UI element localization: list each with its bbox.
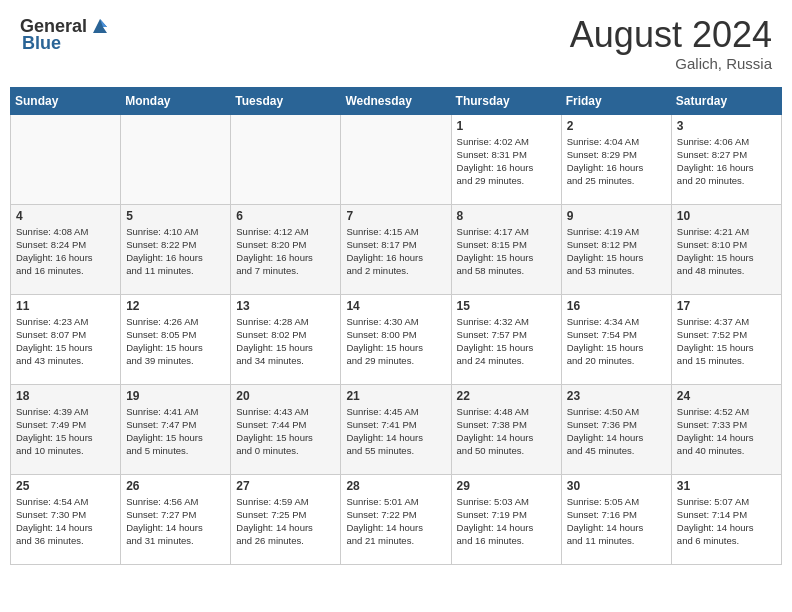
header-thursday: Thursday <box>451 87 561 114</box>
day-info: Sunrise: 4:21 AM Sunset: 8:10 PM Dayligh… <box>677 225 776 278</box>
table-row: 27Sunrise: 4:59 AM Sunset: 7:25 PM Dayli… <box>231 474 341 564</box>
day-number: 16 <box>567 299 666 313</box>
table-row: 18Sunrise: 4:39 AM Sunset: 7:49 PM Dayli… <box>11 384 121 474</box>
day-number: 14 <box>346 299 445 313</box>
table-row: 8Sunrise: 4:17 AM Sunset: 8:15 PM Daylig… <box>451 204 561 294</box>
day-info: Sunrise: 5:05 AM Sunset: 7:16 PM Dayligh… <box>567 495 666 548</box>
day-number: 30 <box>567 479 666 493</box>
table-row: 29Sunrise: 5:03 AM Sunset: 7:19 PM Dayli… <box>451 474 561 564</box>
day-number: 10 <box>677 209 776 223</box>
day-number: 1 <box>457 119 556 133</box>
table-row: 2Sunrise: 4:04 AM Sunset: 8:29 PM Daylig… <box>561 114 671 204</box>
day-number: 3 <box>677 119 776 133</box>
day-number: 6 <box>236 209 335 223</box>
table-row: 11Sunrise: 4:23 AM Sunset: 8:07 PM Dayli… <box>11 294 121 384</box>
day-info: Sunrise: 4:15 AM Sunset: 8:17 PM Dayligh… <box>346 225 445 278</box>
day-info: Sunrise: 4:50 AM Sunset: 7:36 PM Dayligh… <box>567 405 666 458</box>
table-row: 24Sunrise: 4:52 AM Sunset: 7:33 PM Dayli… <box>671 384 781 474</box>
table-row: 15Sunrise: 4:32 AM Sunset: 7:57 PM Dayli… <box>451 294 561 384</box>
day-number: 7 <box>346 209 445 223</box>
calendar-week-4: 18Sunrise: 4:39 AM Sunset: 7:49 PM Dayli… <box>11 384 782 474</box>
calendar-week-3: 11Sunrise: 4:23 AM Sunset: 8:07 PM Dayli… <box>11 294 782 384</box>
table-row: 31Sunrise: 5:07 AM Sunset: 7:14 PM Dayli… <box>671 474 781 564</box>
table-row: 6Sunrise: 4:12 AM Sunset: 8:20 PM Daylig… <box>231 204 341 294</box>
table-row: 17Sunrise: 4:37 AM Sunset: 7:52 PM Dayli… <box>671 294 781 384</box>
day-number: 22 <box>457 389 556 403</box>
day-info: Sunrise: 4:08 AM Sunset: 8:24 PM Dayligh… <box>16 225 115 278</box>
day-info: Sunrise: 4:37 AM Sunset: 7:52 PM Dayligh… <box>677 315 776 368</box>
day-number: 15 <box>457 299 556 313</box>
table-row: 16Sunrise: 4:34 AM Sunset: 7:54 PM Dayli… <box>561 294 671 384</box>
table-row: 23Sunrise: 4:50 AM Sunset: 7:36 PM Dayli… <box>561 384 671 474</box>
day-info: Sunrise: 4:17 AM Sunset: 8:15 PM Dayligh… <box>457 225 556 278</box>
day-number: 20 <box>236 389 335 403</box>
day-info: Sunrise: 4:43 AM Sunset: 7:44 PM Dayligh… <box>236 405 335 458</box>
table-row: 14Sunrise: 4:30 AM Sunset: 8:00 PM Dayli… <box>341 294 451 384</box>
table-row: 22Sunrise: 4:48 AM Sunset: 7:38 PM Dayli… <box>451 384 561 474</box>
day-info: Sunrise: 4:32 AM Sunset: 7:57 PM Dayligh… <box>457 315 556 368</box>
header-sunday: Sunday <box>11 87 121 114</box>
header-saturday: Saturday <box>671 87 781 114</box>
header-monday: Monday <box>121 87 231 114</box>
table-row: 25Sunrise: 4:54 AM Sunset: 7:30 PM Dayli… <box>11 474 121 564</box>
table-row: 1Sunrise: 4:02 AM Sunset: 8:31 PM Daylig… <box>451 114 561 204</box>
day-info: Sunrise: 4:06 AM Sunset: 8:27 PM Dayligh… <box>677 135 776 188</box>
logo-icon <box>89 15 111 37</box>
day-info: Sunrise: 5:07 AM Sunset: 7:14 PM Dayligh… <box>677 495 776 548</box>
calendar-table: Sunday Monday Tuesday Wednesday Thursday… <box>10 87 782 565</box>
header-wednesday: Wednesday <box>341 87 451 114</box>
table-row: 28Sunrise: 5:01 AM Sunset: 7:22 PM Dayli… <box>341 474 451 564</box>
table-row: 4Sunrise: 4:08 AM Sunset: 8:24 PM Daylig… <box>11 204 121 294</box>
day-number: 18 <box>16 389 115 403</box>
table-row: 3Sunrise: 4:06 AM Sunset: 8:27 PM Daylig… <box>671 114 781 204</box>
day-info: Sunrise: 4:39 AM Sunset: 7:49 PM Dayligh… <box>16 405 115 458</box>
day-number: 12 <box>126 299 225 313</box>
calendar-week-1: 1Sunrise: 4:02 AM Sunset: 8:31 PM Daylig… <box>11 114 782 204</box>
day-info: Sunrise: 4:28 AM Sunset: 8:02 PM Dayligh… <box>236 315 335 368</box>
day-info: Sunrise: 4:45 AM Sunset: 7:41 PM Dayligh… <box>346 405 445 458</box>
day-number: 4 <box>16 209 115 223</box>
day-info: Sunrise: 4:59 AM Sunset: 7:25 PM Dayligh… <box>236 495 335 548</box>
day-info: Sunrise: 4:10 AM Sunset: 8:22 PM Dayligh… <box>126 225 225 278</box>
day-info: Sunrise: 4:02 AM Sunset: 8:31 PM Dayligh… <box>457 135 556 188</box>
day-number: 17 <box>677 299 776 313</box>
table-row: 7Sunrise: 4:15 AM Sunset: 8:17 PM Daylig… <box>341 204 451 294</box>
day-info: Sunrise: 5:01 AM Sunset: 7:22 PM Dayligh… <box>346 495 445 548</box>
day-number: 23 <box>567 389 666 403</box>
day-info: Sunrise: 4:34 AM Sunset: 7:54 PM Dayligh… <box>567 315 666 368</box>
table-row: 26Sunrise: 4:56 AM Sunset: 7:27 PM Dayli… <box>121 474 231 564</box>
table-row: 21Sunrise: 4:45 AM Sunset: 7:41 PM Dayli… <box>341 384 451 474</box>
table-row: 5Sunrise: 4:10 AM Sunset: 8:22 PM Daylig… <box>121 204 231 294</box>
day-info: Sunrise: 4:41 AM Sunset: 7:47 PM Dayligh… <box>126 405 225 458</box>
header-tuesday: Tuesday <box>231 87 341 114</box>
day-number: 31 <box>677 479 776 493</box>
day-number: 27 <box>236 479 335 493</box>
table-row: 10Sunrise: 4:21 AM Sunset: 8:10 PM Dayli… <box>671 204 781 294</box>
day-number: 21 <box>346 389 445 403</box>
day-info: Sunrise: 4:23 AM Sunset: 8:07 PM Dayligh… <box>16 315 115 368</box>
day-info: Sunrise: 4:52 AM Sunset: 7:33 PM Dayligh… <box>677 405 776 458</box>
logo: General Blue <box>20 15 111 54</box>
day-info: Sunrise: 4:04 AM Sunset: 8:29 PM Dayligh… <box>567 135 666 188</box>
day-info: Sunrise: 4:56 AM Sunset: 7:27 PM Dayligh… <box>126 495 225 548</box>
day-number: 8 <box>457 209 556 223</box>
day-number: 24 <box>677 389 776 403</box>
day-number: 11 <box>16 299 115 313</box>
table-row: 20Sunrise: 4:43 AM Sunset: 7:44 PM Dayli… <box>231 384 341 474</box>
day-number: 13 <box>236 299 335 313</box>
day-info: Sunrise: 4:30 AM Sunset: 8:00 PM Dayligh… <box>346 315 445 368</box>
title-block: August 2024 Galich, Russia <box>570 15 772 72</box>
day-number: 2 <box>567 119 666 133</box>
calendar-week-2: 4Sunrise: 4:08 AM Sunset: 8:24 PM Daylig… <box>11 204 782 294</box>
location-subtitle: Galich, Russia <box>570 55 772 72</box>
day-info: Sunrise: 4:12 AM Sunset: 8:20 PM Dayligh… <box>236 225 335 278</box>
day-number: 19 <box>126 389 225 403</box>
day-info: Sunrise: 4:19 AM Sunset: 8:12 PM Dayligh… <box>567 225 666 278</box>
calendar-header-row: Sunday Monday Tuesday Wednesday Thursday… <box>11 87 782 114</box>
day-info: Sunrise: 4:48 AM Sunset: 7:38 PM Dayligh… <box>457 405 556 458</box>
table-row: 9Sunrise: 4:19 AM Sunset: 8:12 PM Daylig… <box>561 204 671 294</box>
month-year-title: August 2024 <box>570 15 772 55</box>
table-row <box>341 114 451 204</box>
table-row: 30Sunrise: 5:05 AM Sunset: 7:16 PM Dayli… <box>561 474 671 564</box>
page-header: General Blue August 2024 Galich, Russia <box>10 10 782 77</box>
